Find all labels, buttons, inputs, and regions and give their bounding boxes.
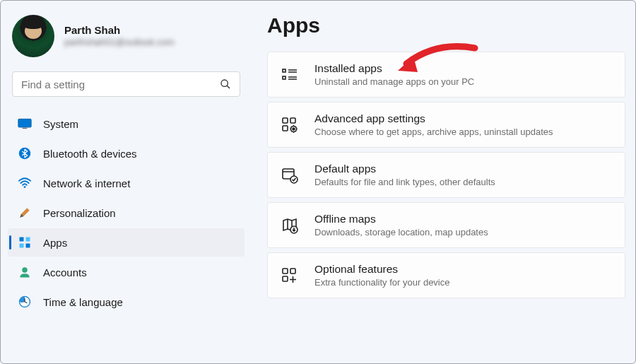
bluetooth-icon (18, 146, 32, 160)
svg-rect-14 (283, 76, 285, 79)
sidebar-item-label: Apps (43, 237, 67, 249)
svg-rect-30 (283, 269, 288, 274)
avatar (12, 15, 54, 57)
card-default-apps[interactable]: Default apps Defaults for file and link … (267, 152, 625, 198)
svg-point-0 (221, 80, 228, 86)
card-subtitle: Uninstall and manage apps on your PC (314, 76, 474, 87)
sidebar-item-accounts[interactable]: Accounts (8, 258, 245, 286)
card-text: Optional features Extra functionality fo… (314, 263, 449, 288)
card-subtitle: Downloads, storage location, map updates (314, 227, 488, 237)
sidebar-item-label: Personalization (43, 207, 116, 219)
profile-name: Parth Shah (64, 23, 175, 37)
sidebar-item-time[interactable]: Time & language (8, 288, 245, 316)
sidebar-item-label: System (43, 118, 78, 130)
svg-line-1 (227, 86, 230, 88)
card-installed-apps[interactable]: Installed apps Uninstall and manage apps… (267, 52, 625, 98)
card-title: Offline maps (314, 213, 488, 225)
map-download-icon (281, 216, 299, 235)
card-text: Offline maps Downloads, storage location… (314, 213, 488, 237)
default-apps-icon (281, 166, 299, 184)
search-box[interactable] (12, 71, 240, 97)
svg-rect-20 (290, 118, 295, 123)
profile-text: Parth Shah parthshah01@outlook.com (64, 23, 175, 49)
card-text: Advanced app settings Choose where to ge… (314, 112, 553, 137)
svg-rect-9 (20, 244, 24, 248)
card-title: Default apps (314, 163, 495, 175)
sidebar-item-label: Accounts (43, 266, 87, 278)
list-icon (281, 66, 299, 84)
svg-rect-2 (18, 119, 31, 127)
sidebar-item-system[interactable]: System (8, 110, 245, 138)
sidebar-item-apps[interactable]: Apps (8, 228, 245, 257)
svg-rect-4 (23, 128, 28, 129)
svg-rect-13 (283, 69, 285, 72)
cards-list: Installed apps Uninstall and manage apps… (267, 52, 625, 298)
wifi-icon (18, 176, 32, 190)
profile-email: parthshah01@outlook.com (64, 37, 175, 49)
main-content: Apps Installed apps Uninstall and manage… (252, 1, 635, 363)
apps-icon (18, 235, 32, 249)
sidebar-item-personalization[interactable]: Personalization (8, 199, 245, 227)
nav: System Bluetooth & devices Network & int… (8, 110, 245, 316)
sidebar-item-label: Network & internet (43, 177, 130, 189)
apps-gear-icon (281, 116, 299, 134)
svg-rect-21 (283, 126, 288, 131)
sidebar-item-label: Bluetooth & devices (43, 148, 137, 160)
clock-icon (18, 295, 32, 309)
card-title: Installed apps (314, 62, 474, 75)
card-advanced-app-settings[interactable]: Advanced app settings Choose where to ge… (267, 102, 625, 148)
add-feature-icon (281, 266, 299, 285)
svg-point-11 (22, 267, 28, 273)
sidebar: Parth Shah parthshah01@outlook.com Syste… (1, 1, 252, 363)
card-subtitle: Defaults for file and link types, other … (314, 177, 495, 187)
sidebar-item-bluetooth[interactable]: Bluetooth & devices (8, 139, 245, 168)
sidebar-item-network[interactable]: Network & internet (8, 169, 245, 197)
card-title: Advanced app settings (314, 112, 553, 125)
svg-rect-31 (290, 269, 295, 274)
svg-rect-32 (283, 276, 288, 281)
svg-rect-7 (20, 237, 24, 242)
system-icon (18, 117, 32, 131)
card-title: Optional features (314, 263, 449, 276)
svg-rect-19 (283, 118, 288, 123)
card-subtitle: Choose where to get apps, archive apps, … (314, 127, 553, 137)
brush-icon (18, 206, 32, 220)
card-optional-features[interactable]: Optional features Extra functionality fo… (267, 252, 625, 298)
profile-block[interactable]: Parth Shah parthshah01@outlook.com (8, 11, 245, 66)
card-subtitle: Extra functionality for your device (314, 277, 449, 288)
search-icon (218, 77, 232, 91)
card-offline-maps[interactable]: Offline maps Downloads, storage location… (267, 202, 625, 248)
search-input[interactable] (21, 78, 218, 90)
svg-point-6 (24, 186, 26, 188)
svg-rect-10 (26, 244, 30, 248)
svg-point-23 (293, 128, 295, 130)
person-icon (18, 265, 32, 279)
page-title: Apps (267, 13, 625, 37)
card-text: Default apps Defaults for file and link … (314, 163, 495, 187)
sidebar-item-label: Time & language (43, 296, 123, 308)
card-text: Installed apps Uninstall and manage apps… (314, 62, 474, 87)
svg-rect-8 (26, 237, 30, 242)
